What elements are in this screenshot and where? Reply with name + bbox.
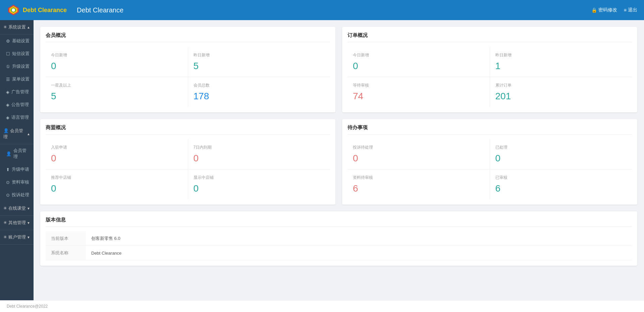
order-stat-total-value: 201	[495, 91, 627, 102]
sidebar-item-ads[interactable]: ◈ 广告管理	[0, 86, 34, 98]
logo-text: Debt Clearance	[23, 7, 67, 14]
sidebar-section-other[interactable]: ✳ 其他管理 ▼	[0, 216, 34, 230]
dashboard-grid: 会员概况 今日新增 0 昨日新增 5 一星及以上 5 会员总	[40, 27, 637, 205]
pending-items-card: 待办事项 投诉待处理 0 已处理 0 资料待审核 6 已审核	[342, 119, 637, 205]
merchant-stat-expire: 7日内到期 0	[188, 139, 330, 169]
member-stat-yesterday-label: 昨日新增	[194, 52, 325, 58]
member-stat-star-label: 一星及以上	[51, 83, 182, 88]
sidebar: ✳ 系统设置 ▲ ⚙ 基础设置 ☐ 短信设置 ① 升级设置 ☰ 菜单设置 ◈ 广…	[0, 20, 34, 300]
order-stat-yesterday: 昨日新增 1	[490, 47, 632, 77]
pending-stat-reviewed-value: 6	[495, 183, 627, 194]
sidebar-item-language-label: 语言管理	[11, 114, 29, 120]
sidebar-section-system-label: ✳ 系统设置	[3, 24, 26, 30]
sidebar-section-system[interactable]: ✳ 系统设置 ▲	[0, 20, 34, 35]
order-stats-grid: 今日新增 0 昨日新增 1 等待审核 74 累计订单 201	[347, 47, 632, 107]
sidebar-item-upgrade-app[interactable]: ⬆ 升级申请	[0, 163, 34, 176]
logo-icon	[7, 3, 20, 17]
merchant-stat-recommended-value: 0	[51, 183, 182, 194]
footer: Debt Clearance@2022	[0, 300, 644, 312]
order-overview-card: 订单概况 今日新增 0 昨日新增 1 等待审核 74 累计订	[342, 27, 637, 112]
sidebar-section-course[interactable]: ✳ 在线课堂 ▼	[0, 201, 34, 216]
order-stat-yesterday-label: 昨日新增	[495, 52, 627, 58]
merchant-stat-recommended: 推荐中店铺 0	[46, 169, 188, 199]
version-row-name-label: 系统名称	[46, 246, 86, 260]
sidebar-section-member[interactable]: 👤 会员管理 ▲	[0, 124, 34, 144]
sidebar-section-account[interactable]: ✳ 账户管理 ▼	[0, 230, 34, 245]
sms-icon: ☐	[6, 51, 10, 56]
sidebar-item-announcement-label: 公告管理	[11, 102, 29, 108]
merchant-stat-recommended-label: 推荐中店铺	[51, 175, 182, 180]
gear-icon: ⚙	[6, 39, 10, 44]
header-logo: Debt Clearance	[7, 3, 67, 17]
sidebar-item-menu-label: 菜单设置	[12, 76, 30, 82]
sidebar-section-member-label: 👤 会员管理	[3, 128, 27, 140]
order-stat-pending: 等待审核 74	[347, 77, 490, 107]
pending-items-title: 待办事项	[347, 124, 632, 135]
version-row-name-value: Debt Clearance	[86, 246, 632, 260]
sidebar-item-complaint[interactable]: ⊙ 投诉处理	[0, 189, 34, 201]
sidebar-section-course-label: ✳ 在线课堂	[3, 205, 26, 211]
sidebar-item-upgrade-label: 升级设置	[12, 63, 30, 69]
sidebar-item-announcement[interactable]: ◈ 公告管理	[0, 98, 34, 111]
logout-icon: ≡	[624, 7, 627, 13]
header: Debt Clearance Debt Clearance 🔒 密码修改 ≡ 退…	[0, 0, 644, 20]
sidebar-item-language[interactable]: ◈ 语言管理	[0, 111, 34, 124]
version-info-title: 版本信息	[46, 217, 632, 227]
sidebar-item-complaint-label: 投诉处理	[12, 192, 29, 198]
change-password-action[interactable]: 🔒 密码修改	[591, 7, 617, 13]
member-overview-title: 会员概况	[46, 32, 330, 42]
version-row-current-value: 创客新零售 6.0	[86, 231, 632, 246]
member-stat-today: 今日新增 0	[46, 47, 188, 77]
merchant-stat-apply: 入驻申请 0	[46, 139, 188, 169]
sidebar-item-members[interactable]: 👤 会员管理	[0, 144, 34, 163]
merchant-stat-apply-value: 0	[51, 153, 182, 164]
sidebar-item-sms-label: 短信设置	[12, 51, 30, 57]
lock-icon: 🔒	[591, 7, 597, 13]
order-overview-title: 订单概况	[347, 32, 632, 42]
version-info-card: 版本信息 当前版本 创客新零售 6.0 系统名称 Debt Clearance	[40, 211, 637, 266]
member-overview-card: 会员概况 今日新增 0 昨日新增 5 一星及以上 5 会员总	[40, 27, 335, 112]
sidebar-item-basic-label: 基础设置	[12, 38, 30, 44]
member-stat-yesterday: 昨日新增 5	[188, 47, 330, 77]
pending-stat-complaint: 投诉待处理 0	[347, 139, 490, 169]
sidebar-item-sms[interactable]: ☐ 短信设置	[0, 47, 34, 60]
pending-stat-processed-value: 0	[495, 153, 627, 164]
sidebar-item-profile-review-label: 资料审核	[12, 179, 29, 185]
pending-stat-reviewed-label: 已审核	[495, 175, 627, 180]
footer-text: Debt Clearance@2022	[7, 304, 48, 309]
pending-stat-profile-pending: 资料待审核 6	[347, 169, 490, 199]
header-actions: 🔒 密码修改 ≡ 退出	[591, 7, 637, 13]
order-stat-yesterday-value: 1	[495, 61, 627, 71]
order-stat-total-label: 累计订单	[495, 83, 627, 88]
sidebar-item-basic[interactable]: ⚙ 基础设置	[0, 35, 34, 47]
profile-review-icon: ⊙	[6, 180, 10, 185]
change-password-label: 密码修改	[598, 7, 617, 13]
logout-action[interactable]: ≡ 退出	[624, 7, 637, 13]
pending-stats-grid: 投诉待处理 0 已处理 0 资料待审核 6 已审核 6	[347, 139, 632, 199]
sidebar-item-profile-review[interactable]: ⊙ 资料审核	[0, 176, 34, 189]
merchant-stat-expire-label: 7日内到期	[194, 145, 325, 150]
members-icon: 👤	[6, 151, 11, 156]
member-stat-total-label: 会员总数	[194, 83, 325, 88]
chevron-down-icon-other: ▼	[27, 221, 30, 225]
sidebar-item-menu[interactable]: ☰ 菜单设置	[0, 73, 34, 86]
member-stats-grid: 今日新增 0 昨日新增 5 一星及以上 5 会员总数 178	[46, 47, 330, 107]
member-stat-today-label: 今日新增	[51, 52, 182, 58]
order-stat-today-label: 今日新增	[353, 52, 484, 58]
sidebar-section-other-label: ✳ 其他管理	[3, 220, 26, 226]
version-row-current-label: 当前版本	[46, 231, 86, 246]
order-stat-pending-value: 74	[353, 91, 484, 102]
chevron-down-icon-account: ▼	[27, 236, 30, 239]
order-stat-pending-label: 等待审核	[353, 83, 484, 88]
logout-label: 退出	[628, 7, 637, 13]
version-table: 当前版本 创客新零售 6.0 系统名称 Debt Clearance	[46, 231, 632, 260]
merchant-stat-showing: 显示中店铺 0	[188, 169, 330, 199]
version-row-current: 当前版本 创客新零售 6.0	[46, 231, 632, 246]
member-stat-yesterday-value: 5	[194, 61, 325, 71]
pending-stat-complaint-label: 投诉待处理	[353, 145, 484, 150]
pending-stat-processed-label: 已处理	[495, 145, 627, 150]
sidebar-item-upgrade[interactable]: ① 升级设置	[0, 60, 34, 73]
main-content: 会员概况 今日新增 0 昨日新增 5 一星及以上 5 会员总	[34, 20, 644, 300]
upgrade-app-icon: ⬆	[6, 167, 10, 172]
order-stat-total: 累计订单 201	[490, 77, 632, 107]
